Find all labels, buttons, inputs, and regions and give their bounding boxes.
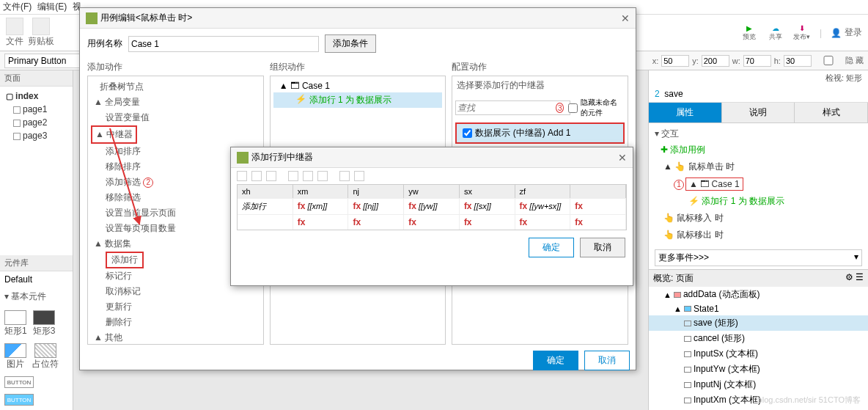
tb-file[interactable]: 文件 (6, 18, 23, 48)
dlg2-cancel-button[interactable]: 取消 (580, 238, 625, 257)
col-zf[interactable]: zf (515, 185, 571, 198)
annotation-2: 2 (143, 177, 153, 188)
tb-clipboard[interactable]: 剪贴板 (28, 18, 54, 48)
dlg1-cancel-button[interactable]: 取消 (584, 351, 630, 370)
hide-unnamed-checkbox[interactable] (568, 103, 578, 113)
col-sx[interactable]: sx (460, 185, 515, 198)
act-unmark[interactable]: 取消标记 (91, 284, 260, 299)
page-index[interactable]: ▢ index (3, 89, 70, 103)
dlg1-ok-button[interactable]: 确定 (533, 351, 578, 370)
col-blank[interactable] (570, 185, 626, 198)
ol-inputyw[interactable]: InputYw (文本框) (649, 362, 868, 377)
cell-1-0[interactable] (238, 214, 293, 230)
cell-1-4[interactable]: fx (460, 214, 515, 230)
page-3[interactable]: page3 (3, 129, 70, 142)
tab-properties[interactable]: 属性 (649, 103, 722, 122)
org-action[interactable]: ⚡添加行 1 为 数据展示 (273, 92, 443, 108)
lib-basic[interactable]: ▾ 基本元件 (0, 288, 73, 306)
conf-search-input[interactable] (455, 100, 570, 115)
grp-other[interactable]: ▲ 其他 (91, 330, 260, 345)
act-updrow[interactable]: 更新行 (91, 299, 260, 315)
add-case-button[interactable]: ✚ 添加用例 (655, 142, 862, 158)
event-click[interactable]: ▲ 👆 鼠标单击 时 (655, 158, 862, 175)
case-name-input[interactable] (128, 36, 319, 52)
x-input[interactable] (661, 55, 689, 67)
dlg2-ok-button[interactable]: 确定 (529, 238, 574, 257)
shape-image[interactable]: 图片 (4, 343, 26, 370)
share-button[interactable]: ☁共享 (767, 24, 784, 42)
dlg2-close-icon[interactable]: ✕ (618, 152, 627, 164)
shape-rect1[interactable]: 矩形1 (4, 310, 27, 337)
ol-cancel[interactable]: cancel (矩形) (649, 331, 868, 346)
publish-button[interactable]: ⬇发布▾ (793, 24, 811, 42)
app-icon (86, 12, 98, 24)
preview-button[interactable]: ▶预览 (740, 24, 758, 42)
w-input[interactable] (743, 55, 771, 67)
dlg2-grid[interactable]: xh xm nj yw sx zf 添加行 fx [[xm]] fx [[nj]… (237, 184, 627, 230)
col-add-action: 添加动作 (87, 59, 264, 76)
dialog-title: 用例编辑<鼠标单击 时> (100, 12, 192, 24)
ol-adddata[interactable]: ▲ addData (动态面板) (649, 287, 868, 302)
ol-inputsx[interactable]: InputSx (文本框) (649, 346, 868, 362)
login-button[interactable]: 👤登录 (831, 26, 862, 39)
cell-0-6[interactable]: fx (570, 198, 626, 214)
cell-1-2[interactable]: fx (348, 214, 404, 230)
annotation-1: 1 (674, 180, 684, 190)
conf-label: 选择要添加行的中继器 (452, 76, 628, 95)
act-delrow[interactable]: 删除行 (91, 315, 260, 330)
cell-0-3[interactable]: fx [[yw]] (404, 198, 460, 214)
act-setvar[interactable]: 设置变量值 (91, 110, 260, 125)
action-addrow[interactable]: ⚡ 添加行 1 为 数据展示 (655, 193, 862, 210)
cell-0-1[interactable]: fx [[xm]] (293, 198, 349, 214)
close-icon[interactable]: ✕ (621, 12, 630, 24)
page-1[interactable]: page1 (3, 103, 70, 116)
cell-0-4[interactable]: fx [[sx]] (460, 198, 515, 214)
col-xh[interactable]: xh (238, 185, 293, 198)
outline-tools[interactable]: ⚙ ☰ (845, 272, 864, 285)
cell-1-1[interactable]: fx (293, 214, 349, 230)
shape-button2[interactable]: BUTTON (4, 394, 34, 406)
pages-header: 页面 (0, 70, 73, 87)
h-input[interactable] (784, 55, 812, 67)
hide-checkbox[interactable] (814, 56, 842, 65)
grp-global[interactable]: ▲ 全局变量 (91, 95, 260, 110)
cell-1-6[interactable]: fx (570, 214, 626, 230)
case-name-label: 用例名称 (87, 37, 122, 50)
ol-state1[interactable]: ▲ State1 (649, 302, 868, 315)
col-nj[interactable]: nj (348, 185, 404, 198)
col-xm[interactable]: xm (293, 185, 349, 198)
cell-0-2[interactable]: fx [[nj]] (348, 198, 404, 214)
event-mousein[interactable]: 👆 鼠标移入 时 (655, 210, 862, 227)
grp-repeater[interactable]: ▲ 中继器 (91, 125, 137, 144)
widget-name: save (664, 89, 683, 99)
tab-notes[interactable]: 说明 (722, 103, 795, 122)
page-2[interactable]: page2 (3, 116, 70, 129)
dlg2-toolbar[interactable] (231, 168, 633, 184)
menu-file[interactable]: 文件(F) (3, 1, 32, 13)
act-collapse[interactable]: 折叠树节点 (91, 79, 260, 95)
shape-button[interactable]: BUTTON (4, 376, 34, 388)
col-yw[interactable]: yw (404, 185, 460, 198)
org-case1[interactable]: ▲ 🗔 Case 1 (273, 79, 443, 92)
ol-inputnj[interactable]: InputNj (文本框) (649, 377, 868, 392)
y-input[interactable] (702, 55, 729, 67)
shape-placeholder[interactable]: 占位符 (32, 343, 59, 370)
lib-default[interactable]: Default (0, 271, 73, 288)
conf-item-checkbox[interactable] (463, 128, 472, 138)
lib-header: 元件库 (0, 255, 73, 271)
tab-style[interactable]: 样式 (795, 103, 868, 122)
act-addrow[interactable]: 添加行 (106, 252, 144, 268)
ol-save[interactable]: save (矩形) (649, 315, 868, 331)
outline-header: 概览: 页面 (653, 272, 694, 285)
more-events[interactable]: 更多事件>>>▾ (655, 249, 862, 266)
event-mouseout[interactable]: 👆 鼠标移出 时 (655, 227, 862, 244)
add-condition-button[interactable]: 添加条件 (325, 34, 376, 53)
case-1[interactable]: ▲ 🗔 Case 1 (685, 177, 743, 191)
cell-0-5[interactable]: fx [[yw+sx]] (515, 198, 571, 214)
cell-1-5[interactable]: fx (515, 214, 571, 230)
cell-0-0[interactable]: 添加行 (238, 198, 293, 214)
conf-repeater-item[interactable]: 数据展示 (中继器) Add 1 (455, 122, 625, 144)
shape-rect3[interactable]: 矩形3 (33, 310, 56, 337)
menu-edit[interactable]: 编辑(E) (37, 1, 67, 13)
cell-1-3[interactable]: fx (404, 214, 460, 230)
